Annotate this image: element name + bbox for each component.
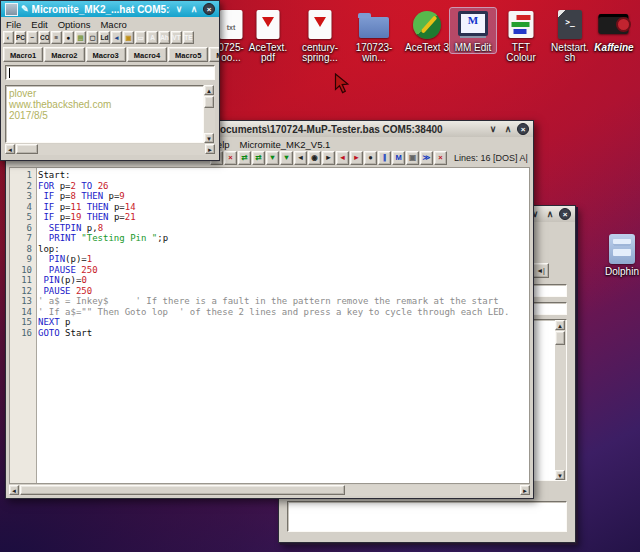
desktop-icon-pdf[interactable]: AceText.pdf bbox=[245, 8, 291, 63]
close-icon[interactable]: × bbox=[203, 3, 215, 15]
scrollbar-thumb[interactable] bbox=[16, 144, 38, 154]
terminal-input[interactable] bbox=[5, 65, 215, 80]
minimize-icon[interactable]: ∨ bbox=[487, 124, 499, 134]
terminal-toolbar-button[interactable]: ▣ bbox=[123, 31, 134, 44]
terminal-toolbar-button[interactable]: Ah bbox=[159, 31, 170, 44]
terminal-menu-file[interactable]: File bbox=[6, 19, 21, 30]
macro-button-macro5[interactable]: Macro5 bbox=[168, 47, 208, 62]
desktop-icon-dolphin[interactable]: Dolphin bbox=[599, 232, 640, 277]
scrollbar-thumb[interactable] bbox=[204, 96, 214, 108]
scrollbar-thumb[interactable] bbox=[20, 485, 345, 495]
terminal-toolbar-button[interactable]: ▢ bbox=[87, 31, 98, 44]
macro-button-macro1[interactable]: Macro1 bbox=[3, 47, 43, 62]
terminal-toolbar-button[interactable]: Ld bbox=[99, 31, 110, 44]
code-line: 2FOR p=2 TO 26 bbox=[10, 181, 529, 192]
back-window-input[interactable] bbox=[287, 501, 567, 532]
editor-toolbar-button[interactable]: ∥ bbox=[378, 151, 391, 165]
editor-toolbar-button[interactable]: ► bbox=[350, 151, 363, 165]
editor-toolbar-button[interactable]: ≫ bbox=[420, 151, 433, 165]
code-editor-area[interactable]: 1Start:2FOR p=2 TO 263 IF p=8 THEN p=94 … bbox=[9, 167, 530, 484]
editor-toolbar-button[interactable]: ▼ bbox=[266, 151, 279, 165]
desktop-icon-kaffeine[interactable]: Kaffeine bbox=[591, 8, 637, 53]
code-line: 5 IF p=19 THEN p=21 bbox=[10, 212, 529, 223]
scroll-right-icon[interactable] bbox=[205, 144, 215, 154]
terminal-menubar: FileEditOptionsMacro bbox=[1, 17, 219, 31]
terminal-toolbar-button[interactable]: − bbox=[27, 31, 38, 44]
terminal-toolbar-button[interactable]: CO bbox=[39, 31, 50, 44]
editor-toolbar-button[interactable]: ▼ bbox=[280, 151, 293, 165]
terminal-menu-options[interactable]: Options bbox=[58, 19, 91, 30]
editor-toolbar-button[interactable]: ► bbox=[322, 151, 335, 165]
line-number: 15 bbox=[10, 317, 38, 328]
terminal-toolbar-button[interactable]: ▭ bbox=[135, 31, 146, 44]
terminal-output-line: www.thebackshed.com bbox=[9, 99, 203, 110]
scroll-left-icon[interactable] bbox=[9, 485, 19, 495]
terminal-menu-edit[interactable]: Edit bbox=[31, 19, 47, 30]
editor-horizontal-scrollbar[interactable] bbox=[9, 485, 530, 496]
desktop-icon-folder[interactable]: 170723-win... bbox=[351, 8, 397, 63]
terminal-vertical-scrollbar[interactable] bbox=[204, 85, 215, 143]
terminal-toolbar-button[interactable]: ◐ bbox=[3, 31, 14, 44]
terminal-titlebar[interactable]: ✎ Micromite_MK2_...hat COM5:38400 ∨ ∧ × bbox=[1, 1, 219, 17]
editor-toolbar-button[interactable]: ◄ bbox=[294, 151, 307, 165]
line-number: 7 bbox=[10, 233, 38, 244]
macro-button-macro6[interactable]: Macro6 bbox=[209, 47, 219, 62]
line-number: 4 bbox=[10, 202, 38, 213]
code-line: 14' If a$="" Then Goto lop ' of these 2 … bbox=[10, 307, 529, 318]
terminal-horizontal-scrollbar[interactable] bbox=[5, 144, 215, 155]
desktop-icon-mmedit[interactable]: MM Edit bbox=[450, 8, 496, 53]
desktop-icon-pdf[interactable]: century-spring... bbox=[297, 8, 343, 63]
desktop-icon-acetext[interactable]: AceText 3 bbox=[404, 8, 450, 53]
editor-toolbar-button[interactable]: × bbox=[434, 151, 447, 165]
pdf-icon bbox=[297, 8, 343, 42]
back-window-side-button[interactable]: ◄| bbox=[532, 263, 549, 278]
terminal-window-title: Micromite_MK2_...hat COM5:38400 bbox=[32, 4, 170, 15]
code-text: ' If a$="" Then Goto lop ' of these 2 li… bbox=[38, 307, 529, 318]
close-icon[interactable]: × bbox=[517, 123, 529, 135]
line-number: 2 bbox=[10, 181, 38, 192]
editor-toolbar-button[interactable]: ▣ bbox=[406, 151, 419, 165]
macro-button-macro2[interactable]: Macro2 bbox=[44, 47, 84, 62]
editor-toolbar-button[interactable]: ⇄ bbox=[238, 151, 251, 165]
dolphin-icon bbox=[599, 232, 640, 266]
macro-button-row: Macro1Macro2Macro3Macro4Macro5Macro6Macr… bbox=[1, 47, 219, 63]
scroll-left-icon[interactable] bbox=[5, 144, 15, 154]
mmedit-editor-window[interactable]: My Documents\170724-MuP-Tester.bas COM5:… bbox=[5, 120, 534, 499]
terminal-toolbar-button[interactable]: VT bbox=[171, 31, 182, 44]
terminal-menu-macro[interactable]: Macro bbox=[100, 19, 126, 30]
terminal-toolbar-button[interactable]: ◄ bbox=[111, 31, 122, 44]
scrollbar-thumb[interactable] bbox=[555, 331, 565, 345]
terminal-window[interactable]: ✎ Micromite_MK2_...hat COM5:38400 ∨ ∧ × … bbox=[0, 0, 220, 161]
editor-toolbar-button[interactable]: ◉ bbox=[308, 151, 321, 165]
scroll-down-icon[interactable] bbox=[204, 133, 214, 143]
maximize-icon[interactable]: ∧ bbox=[188, 4, 200, 14]
scroll-down-icon[interactable] bbox=[555, 470, 565, 480]
scroll-right-icon[interactable] bbox=[520, 485, 530, 495]
minimize-icon[interactable]: ∨ bbox=[173, 4, 185, 14]
editor-toolbar-button[interactable]: M bbox=[392, 151, 405, 165]
terminal-toolbar-button[interactable]: A bbox=[147, 31, 158, 44]
terminal-output-line: plover bbox=[9, 88, 203, 99]
desktop-icon-script[interactable]: Netstart.sh bbox=[547, 8, 593, 63]
maximize-icon[interactable]: ∧ bbox=[502, 124, 514, 134]
macro-button-macro4[interactable]: Macro4 bbox=[127, 47, 167, 62]
back-window-vertical-scrollbar[interactable] bbox=[555, 320, 566, 480]
editor-toolbar-button[interactable]: ◄ bbox=[336, 151, 349, 165]
close-icon[interactable]: × bbox=[559, 208, 571, 220]
terminal-toolbar-button[interactable]: ≡ bbox=[51, 31, 62, 44]
scroll-up-icon[interactable] bbox=[204, 85, 214, 95]
terminal-output-area[interactable]: ploverwww.thebackshed.com2017/8/5 bbox=[5, 85, 204, 143]
terminal-toolbar-button[interactable]: ● bbox=[63, 31, 74, 44]
maximize-icon[interactable]: ∧ bbox=[544, 209, 556, 219]
terminal-toolbar-button[interactable]: TE bbox=[183, 31, 194, 44]
mouse-cursor bbox=[334, 73, 351, 100]
terminal-toolbar-button[interactable]: ▤ bbox=[75, 31, 86, 44]
pin-icon[interactable]: ✎ bbox=[21, 4, 29, 14]
desktop-icon-tft[interactable]: TFTColour bbox=[498, 8, 544, 63]
macro-button-macro3[interactable]: Macro3 bbox=[86, 47, 126, 62]
terminal-toolbar-button[interactable]: PC bbox=[15, 31, 26, 44]
editor-toolbar-button[interactable]: ● bbox=[364, 151, 377, 165]
editor-toolbar-button[interactable]: × bbox=[224, 151, 237, 165]
scroll-up-icon[interactable] bbox=[555, 320, 565, 330]
editor-toolbar-button[interactable]: ⇄ bbox=[252, 151, 265, 165]
